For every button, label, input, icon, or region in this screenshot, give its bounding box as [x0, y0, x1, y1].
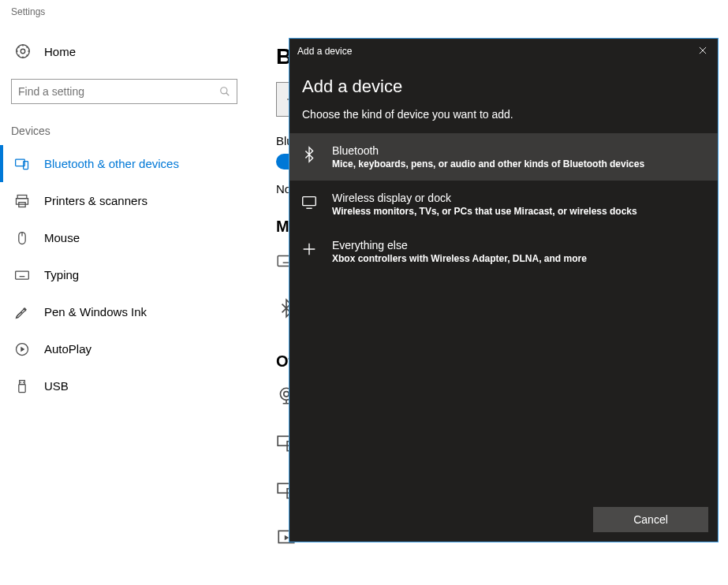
svg-rect-21	[303, 197, 316, 206]
svg-rect-12	[19, 384, 25, 392]
svg-rect-4	[24, 161, 28, 169]
sidebar-item-printers[interactable]: Printers & scanners	[0, 182, 248, 219]
sidebar-item-usb[interactable]: USB	[0, 367, 248, 404]
svg-rect-11	[20, 380, 25, 384]
pen-icon	[14, 304, 30, 320]
sidebar-item-mouse[interactable]: Mouse	[0, 219, 248, 256]
autoplay-icon	[14, 341, 30, 357]
search-input[interactable]	[11, 79, 237, 104]
dialog-heading: Add a device	[302, 76, 705, 97]
cancel-button[interactable]: Cancel	[593, 507, 708, 532]
svg-point-1	[21, 49, 25, 54]
sidebar: Home Devices Bluetooth & other devices P…	[0, 0, 248, 404]
add-device-dialog: Add a device Add a device Choose the kin…	[289, 38, 719, 542]
sidebar-item-label: Bluetooth & other devices	[44, 157, 179, 170]
dialog-body: Add a device Choose the kind of device y…	[289, 64, 718, 275]
home-label: Home	[44, 45, 76, 58]
close-button[interactable]	[697, 45, 710, 58]
svg-rect-6	[17, 198, 28, 203]
option-title: Bluetooth	[332, 144, 644, 157]
option-title: Everything else	[332, 239, 587, 252]
printer-icon	[14, 193, 30, 209]
sidebar-item-label: USB	[44, 379, 69, 393]
option-title: Wireless display or dock	[332, 192, 637, 204]
home-icon	[14, 43, 32, 60]
sidebar-item-label: Printers & scanners	[44, 194, 147, 207]
dialog-titlebar-text: Add a device	[297, 46, 352, 57]
option-bluetooth[interactable]: Bluetooth Mice, keyboards, pens, or audi…	[289, 133, 718, 181]
search-icon	[219, 86, 230, 97]
sidebar-item-label: Typing	[44, 268, 79, 281]
option-desc: Wireless monitors, TVs, or PCs that use …	[332, 206, 637, 217]
sidebar-item-label: Mouse	[44, 231, 80, 244]
home-button[interactable]: Home	[0, 35, 248, 68]
plus-icon	[301, 240, 318, 258]
sidebar-item-autoplay[interactable]: AutoPlay	[0, 330, 248, 367]
mouse-icon	[14, 230, 30, 246]
keyboard-icon	[14, 267, 30, 283]
dialog-footer: Cancel	[289, 497, 718, 542]
dialog-titlebar: Add a device	[289, 39, 718, 64]
sidebar-item-pen[interactable]: Pen & Windows Ink	[0, 293, 248, 330]
search-field[interactable]	[18, 85, 219, 98]
dialog-subtitle: Choose the kind of device you want to ad…	[302, 108, 705, 121]
svg-point-2	[221, 88, 227, 94]
option-desc: Xbox controllers with Wireless Adapter, …	[332, 253, 587, 264]
bluetooth-icon	[301, 146, 318, 163]
option-everything-else[interactable]: Everything else Xbox controllers with Wi…	[289, 228, 718, 275]
section-title: Devices	[0, 104, 248, 145]
sidebar-item-label: AutoPlay	[44, 342, 91, 356]
devices-icon	[14, 156, 30, 172]
sidebar-item-bluetooth[interactable]: Bluetooth & other devices	[0, 145, 248, 182]
option-desc: Mice, keyboards, pens, or audio and othe…	[332, 158, 644, 170]
option-wireless-display[interactable]: Wireless display or dock Wireless monito…	[289, 181, 718, 228]
usb-icon	[14, 378, 30, 394]
svg-rect-9	[16, 271, 29, 279]
sidebar-item-typing[interactable]: Typing	[0, 256, 248, 293]
display-icon	[301, 193, 318, 211]
sidebar-item-label: Pen & Windows Ink	[44, 305, 147, 319]
